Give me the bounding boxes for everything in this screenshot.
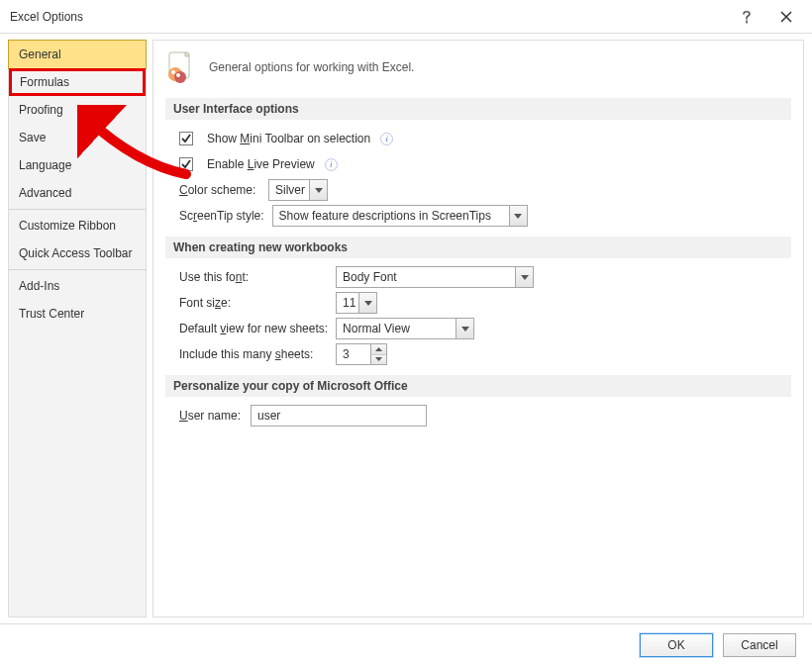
chevron-down-icon	[358, 293, 376, 313]
enable-live-preview-label: Enable Live Preview	[207, 157, 315, 171]
sidebar-item-save[interactable]: Save	[9, 124, 146, 151]
sidebar-item-trust-center[interactable]: Trust Center	[9, 300, 146, 328]
sidebar-separator	[9, 269, 146, 270]
show-mini-toolbar-checkbox[interactable]	[179, 132, 193, 145]
help-icon	[742, 10, 752, 24]
info-icon[interactable]: i	[325, 158, 338, 171]
sheets-count-label: Include this many sheets:	[179, 347, 328, 361]
default-view-select[interactable]: Normal View	[336, 318, 474, 339]
spinner-down-icon[interactable]	[371, 355, 386, 365]
sidebar-item-customize-ribbon[interactable]: Customize Ribbon	[9, 212, 146, 239]
color-scheme-select[interactable]: Silver	[268, 179, 328, 201]
chevron-down-icon	[515, 267, 533, 287]
check-icon	[181, 134, 191, 143]
cancel-button[interactable]: Cancel	[723, 633, 796, 657]
page-header: General options for working with Excel.	[165, 50, 791, 84]
sidebar-item-language[interactable]: Language	[9, 151, 146, 179]
user-name-row: User name: user	[179, 405, 791, 427]
show-mini-toolbar-row: Show Mini Toolbar on selection i	[179, 128, 791, 149]
default-font-select[interactable]: Body Font	[336, 266, 534, 288]
sheets-count-row: Include this many sheets: 3	[179, 343, 791, 365]
dialog-title: Excel Options	[10, 10, 83, 24]
svg-point-3	[171, 70, 175, 74]
svg-point-4	[176, 73, 180, 77]
dialog-footer: OK Cancel	[0, 623, 812, 665]
sheets-count-spinner[interactable]: 3	[336, 343, 387, 365]
user-name-input[interactable]: user	[251, 405, 427, 427]
screentip-style-label: ScreenTip style:	[179, 209, 264, 223]
font-size-row: Font size: 11	[179, 292, 791, 314]
content-panel: General options for working with Excel. …	[152, 40, 804, 618]
show-mini-toolbar-label: Show Mini Toolbar on selection	[207, 132, 370, 145]
help-button[interactable]	[727, 2, 766, 32]
sidebar-item-formulas[interactable]: Formulas	[9, 68, 146, 96]
font-size-label: Font size:	[179, 296, 328, 310]
sidebar-separator	[9, 209, 146, 210]
general-options-icon	[165, 50, 199, 84]
titlebar: Excel Options	[0, 0, 812, 34]
category-sidebar: GeneralFormulasProofingSaveLanguageAdvan…	[8, 40, 147, 618]
chevron-down-icon	[309, 180, 327, 200]
chevron-down-icon	[509, 206, 527, 226]
info-icon[interactable]: i	[380, 133, 393, 145]
section-header-workbooks: When creating new workbooks	[165, 237, 791, 258]
ok-button[interactable]: OK	[640, 633, 713, 657]
sidebar-item-advanced[interactable]: Advanced	[9, 179, 146, 207]
default-font-row: Use this font: Body Font	[179, 266, 791, 288]
screentip-style-row: ScreenTip style: Show feature descriptio…	[179, 205, 791, 227]
user-name-label: User name:	[179, 409, 243, 423]
close-icon	[780, 11, 792, 23]
spinner-up-icon[interactable]	[371, 344, 386, 355]
sidebar-item-general[interactable]: General	[8, 40, 147, 69]
screentip-style-select[interactable]: Show feature descriptions in ScreenTips	[272, 205, 528, 227]
close-button[interactable]	[766, 2, 806, 32]
sidebar-item-proofing[interactable]: Proofing	[9, 96, 146, 124]
chevron-down-icon	[456, 319, 473, 338]
enable-live-preview-row: Enable Live Preview i	[179, 153, 791, 175]
sidebar-item-add-ins[interactable]: Add-Ins	[9, 272, 146, 300]
svg-point-2	[174, 71, 186, 83]
color-scheme-row: Color scheme: Silver	[179, 179, 791, 201]
page-description: General options for working with Excel.	[209, 60, 414, 74]
default-view-row: Default view for new sheets: Normal View	[179, 318, 791, 339]
default-font-label: Use this font:	[179, 270, 328, 284]
color-scheme-label: Color scheme:	[179, 183, 260, 197]
enable-live-preview-checkbox[interactable]	[179, 157, 193, 171]
excel-options-dialog: Excel Options GeneralFormulasProofingSav…	[0, 0, 812, 665]
section-header-personalize: Personalize your copy of Microsoft Offic…	[165, 375, 791, 397]
check-icon	[181, 159, 191, 169]
font-size-select[interactable]: 11	[336, 292, 377, 314]
sidebar-item-quick-access-toolbar[interactable]: Quick Access Toolbar	[9, 239, 146, 267]
section-header-ui: User Interface options	[165, 98, 791, 120]
default-view-label: Default view for new sheets:	[179, 322, 328, 335]
